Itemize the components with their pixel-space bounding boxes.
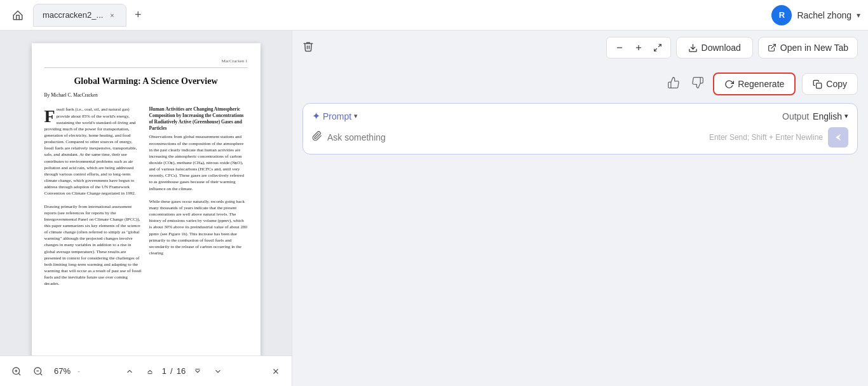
prompt-input-row: Enter Send; Shift + Enter Newline xyxy=(312,127,848,148)
thumbs-up-button[interactable] xyxy=(665,74,682,95)
pdf-viewer: MacCracken 1 Global Warming: A Science O… xyxy=(0,31,292,355)
zoom-in-button[interactable] xyxy=(8,364,25,379)
add-tab-button[interactable]: + xyxy=(129,6,147,24)
copy-label: Copy xyxy=(826,79,847,89)
pdf-columns: Fossil fuels (i.e., coal, oil, and natur… xyxy=(44,106,248,287)
download-button[interactable]: Download xyxy=(676,37,753,59)
prompt-bar-top: ✦ Prompt ▾ Output English ▾ xyxy=(312,110,848,122)
ask-input[interactable] xyxy=(327,132,704,142)
svg-line-1 xyxy=(18,373,20,375)
open-new-tab-button[interactable]: Open in New Tab xyxy=(758,37,858,59)
fullscreen-button[interactable] xyxy=(650,40,665,55)
zoom-out-button[interactable] xyxy=(29,364,47,379)
page-total: 16 xyxy=(177,366,186,376)
pdf-toolbar-center: 1 / 16 xyxy=(121,364,226,378)
pdf-col-left-para1: Fossil fuels (i.e., coal, oil, and natur… xyxy=(44,106,143,196)
pdf-controls-right: Download Open in New Tab xyxy=(606,37,858,59)
page-separator: / xyxy=(170,366,173,376)
pdf-title: Global Warming: A Science Overview xyxy=(44,76,248,87)
copy-button[interactable]: Copy xyxy=(802,73,858,95)
prompt-hint: Enter Send; Shift + Enter Newline xyxy=(709,133,823,142)
scroll-to-top-button[interactable] xyxy=(121,364,138,378)
zoom-controls xyxy=(606,37,671,59)
top-bar: maccracken2_... × + R Rachel zhong ▾ xyxy=(0,0,868,31)
open-tab-label: Open in New Tab xyxy=(780,43,848,53)
scroll-to-bottom-button[interactable] xyxy=(210,364,226,378)
regenerate-label: Regenerate xyxy=(738,79,784,89)
svg-line-5 xyxy=(40,373,42,375)
prompt-label: Prompt xyxy=(323,111,351,121)
top-bar-left: maccracken2_... × + xyxy=(8,4,147,27)
pdf-toolbar-left: 67% - xyxy=(8,364,80,379)
top-bar-right: R Rachel zhong ▾ xyxy=(771,5,860,25)
output-language-selector: Output English ▾ xyxy=(782,111,848,121)
output-label: Output xyxy=(782,111,809,121)
pdf-header: MacCracken 1 xyxy=(44,59,248,68)
pdf-col-right: Human Activities are Changing Atmospheri… xyxy=(149,106,248,287)
pdf-bottom-toolbar: 67% - 1 / 16 xyxy=(0,355,292,386)
delete-button[interactable] xyxy=(302,41,314,55)
regenerate-button[interactable]: Regenerate xyxy=(713,72,796,95)
user-name: Rachel zhong xyxy=(797,10,851,20)
pdf-page: MacCracken 1 Global Warming: A Science O… xyxy=(32,43,261,355)
right-panel: Download Open in New Tab xyxy=(292,31,868,386)
prompt-selector-button[interactable]: ✦ Prompt ▾ xyxy=(312,110,358,122)
sparkle-icon: ✦ xyxy=(312,110,320,122)
user-dropdown-button[interactable]: ▾ xyxy=(857,11,860,20)
zoom-plus-right[interactable] xyxy=(631,40,646,55)
feedback-row: Regenerate Copy xyxy=(302,72,858,95)
pdf-col-left-text1: ossil fuels (i.e., coal, oil, and natura… xyxy=(44,107,137,196)
pdf-col-right-para1: Observations from global measurement sta… xyxy=(149,134,248,191)
tab-label: maccracken2_... xyxy=(43,10,103,20)
pdf-drop-cap: F xyxy=(44,107,55,125)
svg-rect-18 xyxy=(817,83,822,88)
pdf-tab[interactable]: maccracken2_... × xyxy=(33,4,126,27)
action-area: Regenerate Copy xyxy=(292,65,868,103)
language-value: English xyxy=(813,111,842,121)
next-page-button[interactable] xyxy=(189,364,206,378)
prompt-bar: ✦ Prompt ▾ Output English ▾ xyxy=(302,103,858,155)
prompt-chevron-icon: ▾ xyxy=(354,112,358,120)
home-button[interactable] xyxy=(8,5,28,25)
download-label: Download xyxy=(702,43,741,53)
pdf-col-left-para2: Drawing primarily from international ass… xyxy=(44,203,143,287)
pdf-panel: MacCracken 1 Global Warming: A Science O… xyxy=(0,31,292,386)
attach-button[interactable] xyxy=(312,131,322,144)
close-pdf-button[interactable] xyxy=(268,364,284,378)
pdf-col-right-para2: While these gases occur naturally, recor… xyxy=(149,198,248,256)
tab-close-button[interactable]: × xyxy=(107,10,117,20)
main-content: MacCracken 1 Global Warming: A Science O… xyxy=(0,31,868,386)
zoom-level-display: 67% xyxy=(51,366,74,376)
thumbs-down-button[interactable] xyxy=(689,74,707,95)
pdf-toolbar-right xyxy=(268,364,284,378)
pdf-col-right-heading: Human Activities are Changing Atmospheri… xyxy=(149,106,248,131)
svg-line-17 xyxy=(771,45,775,48)
right-panel-top: Download Open in New Tab xyxy=(292,31,868,65)
svg-line-14 xyxy=(658,45,661,47)
svg-line-15 xyxy=(654,48,656,51)
lang-chevron-icon: ▾ xyxy=(844,112,848,120)
user-avatar: R xyxy=(771,5,792,25)
send-button[interactable] xyxy=(828,127,848,148)
pdf-col-left: Fossil fuels (i.e., coal, oil, and natur… xyxy=(44,106,143,287)
pdf-author: By Michael C. MacCracken xyxy=(44,92,248,99)
prev-page-button[interactable] xyxy=(142,364,158,378)
page-current: 1 xyxy=(162,366,166,376)
language-dropdown-button[interactable]: English ▾ xyxy=(813,111,848,121)
zoom-minus-right[interactable] xyxy=(612,40,627,55)
tab-bar: maccracken2_... × + xyxy=(33,4,147,27)
